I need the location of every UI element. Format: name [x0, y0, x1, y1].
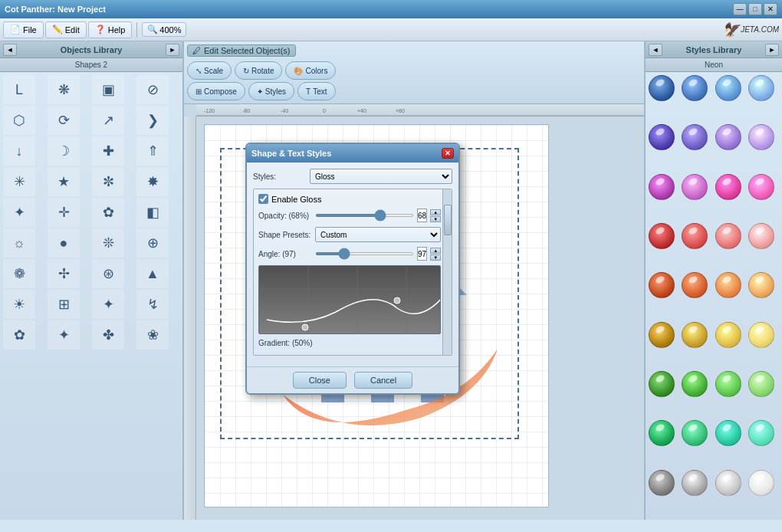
style-ball[interactable] [715, 420, 741, 446]
colors-button[interactable]: 🎨 Colors [285, 61, 336, 80]
style-ball[interactable] [649, 223, 675, 249]
style-ball[interactable] [682, 75, 708, 101]
shape-cell[interactable]: ⇑ [136, 136, 169, 166]
style-ball[interactable] [715, 470, 741, 496]
file-menu[interactable]: 📄 File [3, 21, 44, 38]
shape-cell[interactable]: ● [48, 228, 80, 258]
shape-cell[interactable]: ✛ [48, 198, 80, 227]
style-ball[interactable] [748, 420, 774, 446]
shape-cell[interactable]: ✤ [92, 320, 124, 350]
shape-cell[interactable]: ⊕ [136, 228, 169, 258]
objects-library-next-btn[interactable]: ► [166, 44, 179, 56]
close-button[interactable]: ✕ [764, 3, 777, 15]
maximize-button[interactable]: □ [748, 3, 762, 15]
style-ball[interactable] [748, 223, 774, 249]
style-ball[interactable] [649, 371, 675, 397]
style-ball[interactable] [748, 371, 774, 397]
shape-cell[interactable]: ✳ [3, 167, 35, 196]
style-ball[interactable] [649, 322, 675, 348]
help-menu[interactable]: ❓ Help [88, 21, 133, 38]
shape-cell[interactable]: ⊘ [136, 75, 169, 104]
styles-library-prev-btn[interactable]: ◄ [649, 44, 662, 56]
style-ball[interactable] [682, 124, 708, 150]
style-ball[interactable] [715, 223, 741, 249]
shape-cell[interactable]: ▣ [92, 75, 124, 104]
style-ball[interactable] [748, 272, 774, 298]
opacity-spinner[interactable]: ▲ ▼ [430, 209, 441, 222]
style-ball[interactable] [682, 223, 708, 249]
angle-down-btn[interactable]: ▼ [430, 255, 441, 261]
style-ball[interactable] [715, 371, 741, 397]
compose-button[interactable]: ⊞ Compose [187, 82, 245, 100]
shape-cell[interactable]: ✦ [3, 198, 35, 227]
style-ball[interactable] [748, 322, 774, 348]
styles-select[interactable]: Gloss [310, 169, 452, 184]
shape-cell[interactable]: ✸ [136, 167, 169, 196]
opacity-slider[interactable] [315, 214, 414, 217]
style-ball[interactable] [649, 174, 675, 200]
style-ball[interactable] [715, 174, 741, 200]
style-ball[interactable] [748, 174, 774, 200]
shape-cell[interactable]: ❁ [3, 259, 35, 288]
style-ball[interactable] [715, 322, 741, 348]
style-ball[interactable] [682, 174, 708, 200]
enable-gloss-checkbox[interactable] [258, 194, 268, 204]
shape-cell[interactable]: ❊ [92, 228, 124, 258]
shape-cell[interactable]: ★ [48, 167, 80, 196]
shape-cell[interactable]: ✿ [92, 198, 124, 227]
dialog-cancel-button[interactable]: Cancel [354, 372, 412, 389]
shape-cell[interactable]: ↓ [3, 136, 35, 166]
angle-up-btn[interactable]: ▲ [430, 248, 441, 254]
shape-cell[interactable]: ☼ [3, 228, 35, 258]
opacity-down-btn[interactable]: ▼ [430, 216, 441, 222]
shape-cell[interactable]: ✚ [92, 136, 124, 166]
rotate-button[interactable]: ↻ Rotate [235, 61, 282, 80]
style-ball[interactable] [649, 272, 675, 298]
style-ball[interactable] [748, 75, 774, 101]
opacity-up-btn[interactable]: ▲ [430, 209, 441, 215]
shape-cell[interactable]: L [3, 75, 35, 104]
shape-cell[interactable]: ❀ [136, 320, 169, 350]
shape-cell[interactable]: ✿ [3, 320, 35, 350]
edit-menu[interactable]: ✏️ Edit [45, 21, 87, 38]
shape-cell[interactable]: ✦ [92, 290, 124, 319]
style-ball[interactable] [748, 124, 774, 150]
style-ball[interactable] [682, 470, 708, 496]
angle-slider[interactable] [315, 252, 414, 255]
shape-cell[interactable]: ▲ [136, 259, 169, 288]
dialog-close-button[interactable]: Close [293, 372, 347, 389]
shape-cell[interactable]: ⊛ [92, 259, 124, 288]
styles-button[interactable]: ✦ Styles [248, 82, 294, 100]
angle-spinner[interactable]: ▲ ▼ [430, 248, 441, 261]
shape-cell[interactable]: ☀ [3, 290, 35, 319]
shape-cell[interactable]: ❋ [48, 75, 80, 104]
zoom-display[interactable]: 🔍 400% [142, 22, 186, 37]
shape-cell[interactable]: ✢ [48, 259, 80, 288]
style-ball[interactable] [682, 371, 708, 397]
scale-button[interactable]: ⤡ Scale [187, 61, 232, 80]
style-ball[interactable] [682, 420, 708, 446]
styles-library-next-btn[interactable]: ► [765, 44, 779, 56]
style-ball[interactable] [715, 272, 741, 298]
canvas-wrapper[interactable]: -120 -80 -40 0 +40 +80 [184, 104, 644, 520]
shape-cell[interactable]: ✼ [92, 167, 124, 196]
style-ball[interactable] [682, 322, 708, 348]
style-ball[interactable] [715, 75, 741, 101]
style-ball[interactable] [649, 470, 675, 496]
style-ball[interactable] [649, 420, 675, 446]
shape-cell[interactable]: ⊞ [48, 290, 80, 319]
shape-cell[interactable]: ↯ [136, 290, 169, 319]
shape-presets-select[interactable]: Custom [315, 227, 441, 242]
style-ball[interactable] [715, 124, 741, 150]
text-button[interactable]: T Text [297, 82, 335, 100]
shape-cell[interactable]: ⟳ [48, 106, 80, 135]
shape-cell[interactable]: ◧ [136, 198, 169, 227]
style-ball[interactable] [649, 75, 675, 101]
shape-cell[interactable]: ☽ [48, 136, 80, 166]
style-ball[interactable] [748, 470, 774, 496]
objects-library-prev-btn[interactable]: ◄ [3, 44, 17, 56]
minimize-button[interactable]: — [733, 3, 747, 15]
shape-cell[interactable]: ⬡ [3, 106, 35, 135]
shape-cell[interactable]: ✦ [48, 320, 80, 350]
style-ball[interactable] [682, 272, 708, 298]
